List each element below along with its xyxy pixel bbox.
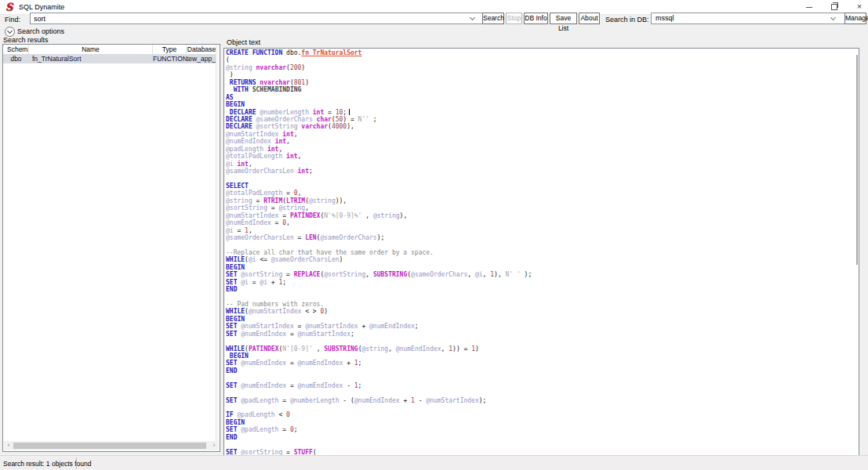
find-label: Find: xyxy=(5,16,20,24)
code-line: @sameOrderCharsLen = LEN(@sameOrderChars… xyxy=(226,234,854,241)
cell-name: fn_TrNaturalSort xyxy=(29,54,153,63)
cell-schema: dbo xyxy=(3,54,29,63)
code-line: SET @i = @i + 1; xyxy=(226,279,854,286)
minimize-icon xyxy=(806,7,812,8)
code-line: RETURNS nvarchar(801) xyxy=(226,79,854,86)
object-text-label: Object text xyxy=(227,38,260,46)
search-button[interactable]: Search xyxy=(482,13,504,24)
code-line: SET @numEndIndex = @numStartIndex; xyxy=(226,331,854,338)
results-horizontal-scrollbar[interactable]: ‹ › xyxy=(4,441,219,450)
code-line: WHILE(@i <= @sameOrderCharsLen) xyxy=(226,256,854,263)
code-line: DECLARE @numberLength int = 10; xyxy=(226,109,854,116)
code-line: AS xyxy=(226,94,854,101)
code-line: -- Pad numbers with zeros. xyxy=(226,301,854,308)
find-input[interactable] xyxy=(30,13,494,24)
cell-type: FUNCTION xyxy=(153,54,187,63)
status-text: Search result: 1 objects found xyxy=(3,460,91,468)
code-line: @sortString = @string, xyxy=(226,204,854,212)
code-line: WHILE(@numStartIndex < > 0) xyxy=(226,308,854,315)
db-info-button[interactable]: DB Info xyxy=(524,13,548,24)
status-value: 1 objects found xyxy=(46,460,92,468)
scrollbar-thumb[interactable] xyxy=(13,443,206,449)
save-list-button[interactable]: Save List xyxy=(550,13,577,24)
code-line: @i = 1, xyxy=(226,227,854,234)
code-line: END xyxy=(226,286,854,293)
code-line xyxy=(226,374,854,381)
search-results-grid[interactable]: Schema Name Type Database dbo fn_TrNatur… xyxy=(2,44,220,452)
code-line: SET @padLength = @numberLength - (@numEn… xyxy=(226,397,854,404)
code-line: SET @padLength = 0; xyxy=(226,426,854,433)
code-vertical-scrollbar[interactable] xyxy=(856,55,858,265)
window-title: SQL Dynamite xyxy=(19,3,64,11)
code-line xyxy=(226,241,854,248)
search-options-label[interactable]: Search options xyxy=(17,27,64,35)
code-line: END xyxy=(226,434,854,441)
results-vertical-scrollbar[interactable] xyxy=(216,45,220,441)
code-line xyxy=(226,175,854,182)
cell-database: tew_app_dat xyxy=(187,54,216,63)
code-line: BEGIN xyxy=(226,419,854,426)
status-divider xyxy=(76,457,77,468)
database-combobox[interactable]: mssql xyxy=(651,13,846,24)
code-line: END xyxy=(226,367,854,374)
code-line: @numEndIndex int, xyxy=(226,138,854,145)
code-line: --Replace all char that have the same or… xyxy=(226,249,854,256)
code-line: @padLength int, xyxy=(226,146,854,153)
code-line: BEGIN xyxy=(226,101,854,108)
code-line: CREATE FUNCTION dbo.fn_TrNaturalSort xyxy=(226,49,854,56)
code-line: BEGIN xyxy=(226,264,854,271)
object-text-code[interactable]: CREATE FUNCTION dbo.fn_TrNaturalSort(@st… xyxy=(226,49,854,457)
find-dropdown-arrow-icon[interactable] xyxy=(470,16,475,20)
code-line: @string nvarchar(200) xyxy=(226,64,854,71)
code-line: ( xyxy=(226,56,854,63)
code-line: BEGIN xyxy=(226,352,854,360)
app-window: { "window": { "title": "SQL Dynamite", "… xyxy=(0,0,868,470)
code-line xyxy=(226,389,854,396)
search-in-db-label: Search in DB: xyxy=(605,16,649,24)
text-caret xyxy=(349,109,350,115)
code-line xyxy=(226,293,854,300)
code-line: WHILE(PATINDEX(N'[0-9]' , SUBSTRING(@str… xyxy=(226,345,854,352)
restore-icon xyxy=(831,4,837,10)
manage-button[interactable]: Manage xyxy=(844,13,866,24)
code-line: @i int, xyxy=(226,161,854,168)
scroll-right-icon[interactable]: › xyxy=(209,441,219,450)
code-line xyxy=(226,338,854,345)
search-results-label: Search results xyxy=(3,36,49,44)
code-line: SET @sortString = REPLACE(@sortString, S… xyxy=(226,271,854,278)
status-bar: Search result: 1 objects found xyxy=(0,455,868,470)
code-line: @totalPadLength int, xyxy=(226,153,854,160)
code-line: SET @numEndIndex = @numEndIndex + 1; xyxy=(226,360,854,367)
code-line: BEGIN xyxy=(226,316,854,323)
code-line: @totalPadLength = 0, xyxy=(226,190,854,197)
code-line: IF @padLength < 0 xyxy=(226,411,854,418)
scroll-left-icon[interactable]: ‹ xyxy=(4,441,13,450)
code-line: @string = RTRIM(LTRIM(@string)), xyxy=(226,197,854,204)
status-label: Search result: xyxy=(3,460,44,468)
code-line: SET @numEndIndex = @numEndIndex - 1; xyxy=(226,382,854,389)
code-line xyxy=(226,404,854,411)
about-button[interactable]: About xyxy=(579,13,600,24)
column-header-schema[interactable]: Schema xyxy=(3,45,29,54)
database-dropdown-arrow-icon[interactable] xyxy=(831,16,836,20)
code-line: ) xyxy=(226,71,854,78)
code-line: WITH SCHEMABINDING xyxy=(226,86,854,93)
code-line: @sameOrderCharsLen int; xyxy=(226,168,854,175)
code-line: SET @numStartIndex = @numStartIndex + @n… xyxy=(226,323,854,330)
object-text-panel: CREATE FUNCTION dbo.fn_TrNaturalSort(@st… xyxy=(223,48,859,458)
app-logo-icon: S xyxy=(4,2,14,12)
column-header-database[interactable]: Database xyxy=(187,45,216,54)
code-line: @numEndIndex = 0, xyxy=(226,219,854,226)
stop-button: Stop xyxy=(506,13,522,24)
code-line: DECLARE @sameOrderChars char(50) = N'' ; xyxy=(226,116,854,123)
column-header-type[interactable]: Type xyxy=(153,45,187,54)
table-row[interactable]: dbo fn_TrNaturalSort FUNCTION tew_app_da… xyxy=(3,54,216,63)
code-line: SELECT xyxy=(226,183,854,190)
code-line: DECLARE @sortString varchar(4000), xyxy=(226,123,854,130)
code-line: @numStartIndex int, xyxy=(226,131,854,138)
code-line: @numStartIndex = PATINDEX(N'%[0-9]%' , @… xyxy=(226,212,854,219)
code-line xyxy=(226,441,854,448)
column-header-name[interactable]: Name xyxy=(29,45,153,54)
